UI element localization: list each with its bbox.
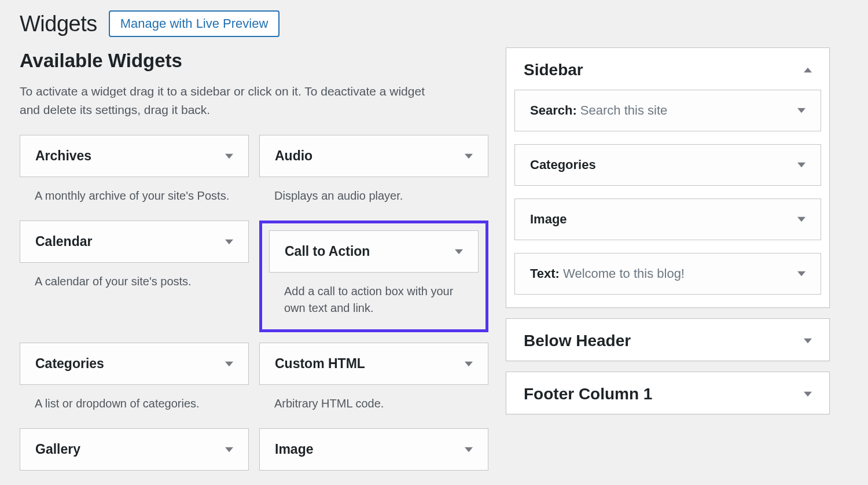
- chevron-down-icon: [797, 106, 806, 115]
- widget-handle[interactable]: Categories: [20, 343, 249, 385]
- widget-title: Calendar: [35, 234, 92, 249]
- svg-marker-0: [225, 153, 233, 158]
- placed-widget[interactable]: Image: [514, 199, 821, 240]
- manage-live-preview-button[interactable]: Manage with Live Preview: [109, 10, 280, 37]
- widget-description: A calendar of your site's posts.: [20, 263, 249, 296]
- chevron-down-icon: [225, 238, 233, 246]
- chevron-down-icon: [797, 270, 806, 278]
- svg-marker-2: [225, 239, 233, 244]
- chevron-down-icon: [225, 446, 233, 454]
- widget-area-title: Footer Column 1: [524, 385, 652, 403]
- widget-title: Call to Action: [285, 244, 370, 259]
- placed-widget-subtitle: Welcome to this blog!: [563, 266, 685, 281]
- widget-handle[interactable]: Image: [259, 428, 488, 471]
- widget-handle[interactable]: Call to Action: [269, 230, 479, 273]
- available-widget: Custom HTMLArbitrary HTML code.: [259, 343, 488, 418]
- widget-description: A list or dropdown of categories.: [20, 385, 249, 418]
- widget-area-header[interactable]: Sidebar: [506, 48, 829, 90]
- svg-marker-7: [465, 447, 473, 451]
- chevron-down-icon: [455, 248, 463, 256]
- widget-area: Footer Column 1: [506, 372, 830, 414]
- chevron-down-icon: [804, 390, 812, 398]
- available-widget: Call to ActionAdd a call to action box w…: [259, 221, 488, 332]
- chevron-down-icon: [797, 161, 806, 169]
- widget-area-title: Below Header: [524, 332, 631, 350]
- widget-handle[interactable]: Custom HTML: [259, 343, 488, 385]
- widget-area: SidebarSearch: Search this siteCategorie…: [506, 47, 830, 308]
- svg-marker-6: [225, 447, 233, 451]
- svg-marker-4: [225, 361, 233, 366]
- placed-widget-label: Categories: [530, 157, 596, 172]
- widget-area-header[interactable]: Footer Column 1: [506, 372, 829, 414]
- svg-marker-11: [797, 217, 806, 222]
- placed-widget-label: Text: Welcome to this blog!: [530, 266, 685, 281]
- available-widget: CategoriesA list or dropdown of categori…: [20, 343, 249, 418]
- chevron-up-icon: [804, 66, 812, 74]
- widget-description: Add a call to action box with your own t…: [269, 273, 479, 322]
- svg-marker-14: [804, 392, 812, 396]
- chevron-down-icon: [225, 360, 233, 368]
- available-widgets-panel: Available Widgets To activate a widget d…: [20, 44, 488, 471]
- page-title: Widgets: [20, 12, 97, 36]
- widget-handle[interactable]: Audio: [259, 135, 488, 177]
- widget-area: Below Header: [506, 318, 830, 361]
- widget-handle[interactable]: Gallery: [20, 428, 249, 471]
- available-widget: Image: [259, 428, 488, 471]
- available-widgets-heading: Available Widgets: [20, 50, 488, 72]
- chevron-down-icon: [225, 152, 233, 160]
- svg-marker-3: [455, 249, 463, 253]
- chevron-down-icon: [465, 152, 473, 160]
- chevron-down-icon: [804, 337, 812, 345]
- svg-marker-10: [797, 163, 806, 167]
- widget-title: Audio: [275, 148, 312, 164]
- svg-marker-12: [797, 271, 806, 276]
- widget-title: Archives: [35, 148, 91, 164]
- available-widget: Gallery: [20, 428, 249, 471]
- svg-marker-1: [465, 153, 473, 158]
- widget-title: Image: [275, 442, 313, 457]
- widget-title: Custom HTML: [275, 356, 365, 372]
- svg-marker-13: [804, 339, 812, 343]
- widget-description: A monthly archive of your site's Posts.: [20, 177, 249, 210]
- placed-widget[interactable]: Text: Welcome to this blog!: [514, 253, 821, 295]
- available-widget: AudioDisplays an audio player.: [259, 135, 488, 210]
- placed-widget-label: Search: Search this site: [530, 103, 667, 118]
- widget-title: Gallery: [35, 442, 80, 457]
- svg-marker-5: [465, 361, 473, 366]
- widget-title: Categories: [35, 356, 104, 372]
- available-widgets-description: To activate a widget drag it to a sideba…: [20, 82, 436, 119]
- placed-widget-subtitle: Search this site: [580, 103, 667, 117]
- svg-marker-8: [804, 68, 812, 72]
- widget-area-title: Sidebar: [524, 61, 583, 79]
- chevron-down-icon: [465, 446, 473, 454]
- widget-area-items: Search: Search this siteCategoriesImageT…: [506, 90, 829, 307]
- widget-description: Arbitrary HTML code.: [259, 385, 488, 418]
- widget-area-header[interactable]: Below Header: [506, 319, 829, 361]
- widget-description: Displays an audio player.: [259, 177, 488, 210]
- svg-marker-9: [797, 108, 806, 113]
- available-widget: ArchivesA monthly archive of your site's…: [20, 135, 249, 210]
- placed-widget[interactable]: Search: Search this site: [514, 90, 821, 131]
- placed-widget-label: Image: [530, 212, 567, 227]
- widget-areas-panel: SidebarSearch: Search this siteCategorie…: [506, 47, 830, 471]
- widget-handle[interactable]: Calendar: [20, 221, 249, 263]
- widget-handle[interactable]: Archives: [20, 135, 249, 177]
- placed-widget[interactable]: Categories: [514, 144, 821, 186]
- chevron-down-icon: [465, 360, 473, 368]
- chevron-down-icon: [797, 215, 806, 223]
- available-widget: CalendarA calendar of your site's posts.: [20, 221, 249, 332]
